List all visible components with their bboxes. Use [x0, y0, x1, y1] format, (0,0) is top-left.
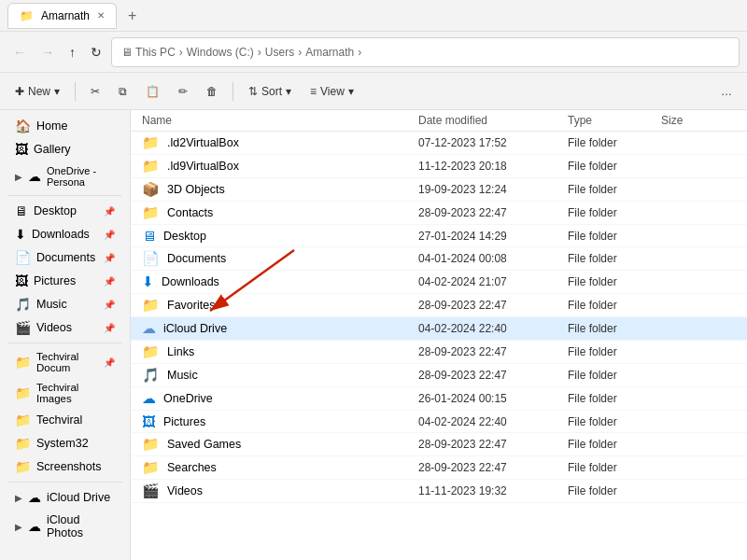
tab-close[interactable]: ✕ [97, 10, 105, 21]
file-name-cell: 🎵 Music [142, 367, 418, 384]
col-type: Type [568, 114, 661, 127]
table-row[interactable]: 📁 .ld9VirtualBox 11-12-2023 20:18 File f… [131, 155, 747, 178]
table-row[interactable]: 🖼 Pictures 04-02-2024 22:40 File folder [131, 411, 747, 433]
table-row[interactable]: 📁 Contacts 28-09-2023 22:47 File folder [131, 202, 747, 225]
sidebar-system32-label: System32 [36, 437, 89, 450]
sidebar-item-home[interactable]: 🏠 Home [4, 115, 126, 137]
sidebar-icloud-drive-label: iCloud Drive [47, 491, 110, 504]
table-row[interactable]: ⬇ Downloads 04-02-2024 21:07 File folder [131, 271, 747, 294]
expand-onedrive-icon: ▶ [15, 172, 22, 182]
more-button[interactable]: … [713, 81, 740, 102]
table-row[interactable]: 📁 Favorites 28-09-2023 22:47 File folder [131, 294, 747, 317]
pin-icon-music: 📌 [104, 300, 115, 310]
table-row[interactable]: 🎵 Music 28-09-2023 22:47 File folder [131, 364, 747, 387]
file-name-cell: ☁ OneDrive [142, 390, 418, 407]
music-icon: 🎵 [15, 297, 31, 312]
copy-button[interactable]: ⧉ [111, 81, 134, 102]
cut-button[interactable]: ✂ [83, 81, 107, 102]
file-date: 28-09-2023 22:47 [418, 461, 568, 474]
file-icon: 📁 [142, 459, 160, 476]
file-type: File folder [568, 461, 661, 474]
delete-icon: 🗑 [206, 85, 218, 98]
view-button[interactable]: ≡ View ▾ [303, 81, 361, 102]
file-name: Documents [167, 252, 226, 265]
sidebar-screenshots-label: Screenshots [36, 460, 101, 473]
system32-icon: 📁 [15, 436, 31, 451]
file-date: 28-09-2023 22:47 [418, 206, 568, 219]
file-name: Searches [167, 461, 217, 474]
sidebar-gallery-label: Gallery [34, 143, 71, 156]
sidebar-item-documents[interactable]: 📄 Documents 📌 [4, 246, 126, 269]
table-row[interactable]: ☁ iCloud Drive 04-02-2024 22:40 File fol… [131, 317, 747, 341]
sidebar-item-downloads[interactable]: ⬇ Downloads 📌 [4, 223, 126, 245]
sidebar-item-icloud-photos[interactable]: ▶ ☁ iCloud Photos [4, 510, 126, 543]
back-button[interactable]: ← [7, 41, 32, 63]
sort-button[interactable]: ⇅ Sort ▾ [241, 81, 299, 102]
file-name: Music [167, 369, 198, 382]
paste-button[interactable]: 📋 [138, 81, 167, 102]
table-row[interactable]: 📁 .ld2VirtualBox 07-12-2023 17:52 File f… [131, 132, 747, 155]
pin-icon-desktop: 📌 [104, 206, 115, 217]
sidebar-item-techviral-images[interactable]: 📁 Techviral Images [4, 378, 126, 408]
table-row[interactable]: 📦 3D Objects 19-09-2023 12:24 File folde… [131, 178, 747, 202]
desktop-icon: 🖥 [15, 203, 28, 218]
sidebar-item-icloud-drive[interactable]: ▶ ☁ iCloud Drive [4, 486, 126, 509]
techviral-docum-icon: 📁 [15, 355, 31, 370]
new-button[interactable]: ✚ New ▾ [7, 81, 67, 102]
up-button[interactable]: ↑ [63, 41, 81, 63]
forward-button[interactable]: → [35, 41, 60, 63]
rename-button[interactable]: ✏ [171, 81, 195, 102]
file-date: 28-09-2023 22:47 [418, 369, 568, 382]
file-name: .ld9VirtualBox [167, 160, 239, 173]
table-row[interactable]: 🎬 Videos 11-11-2023 19:32 File folder [131, 480, 747, 503]
file-date: 19-09-2023 12:24 [418, 183, 568, 196]
cut-icon: ✂ [91, 85, 100, 98]
tab[interactable]: 📁 Amarnath ✕ [7, 3, 117, 29]
file-type: File folder [568, 275, 661, 288]
refresh-button[interactable]: ↻ [85, 41, 107, 63]
more-icon: … [721, 85, 732, 98]
icloud-photos-icon: ☁ [28, 519, 41, 534]
view-caret-icon: ▾ [348, 85, 354, 98]
file-type: File folder [568, 206, 661, 219]
table-row[interactable]: 📄 Documents 04-01-2024 00:08 File folder [131, 247, 747, 271]
delete-button[interactable]: 🗑 [199, 81, 225, 102]
file-name: OneDrive [163, 392, 213, 405]
table-row[interactable]: ☁ OneDrive 26-01-2024 00:15 File folder [131, 387, 747, 411]
sidebar-item-gallery[interactable]: 🖼 Gallery [4, 138, 126, 161]
rename-icon: ✏ [178, 85, 188, 98]
videos-icon: 🎬 [15, 320, 31, 335]
file-type: File folder [568, 183, 661, 196]
sidebar-item-onedrive[interactable]: ▶ ☁ OneDrive - Persona [4, 161, 126, 191]
file-name: Desktop [163, 230, 206, 243]
sidebar-item-screenshots[interactable]: 📁 Screenshots [4, 455, 126, 478]
file-name-cell: 📁 Favorites [142, 297, 418, 314]
separator-1 [75, 82, 76, 101]
view-icon: ≡ [310, 85, 317, 98]
separator-2 [233, 82, 233, 101]
sidebar: 🏠 Home 🖼 Gallery ▶ ☁ OneDrive - Persona … [0, 110, 131, 560]
file-icon: 📄 [142, 250, 160, 267]
table-row[interactable]: 📁 Saved Games 28-09-2023 22:47 File fold… [131, 433, 747, 456]
sidebar-item-pictures[interactable]: 🖼 Pictures 📌 [4, 270, 126, 292]
file-name-cell: 📁 .ld2VirtualBox [142, 134, 418, 151]
file-type: File folder [568, 484, 661, 497]
sidebar-item-techviral-docum[interactable]: 📁 Techviral Docum 📌 [4, 347, 126, 377]
icloud-drive-icon: ☁ [28, 490, 41, 505]
breadcrumb-amarnath: Amarnath [305, 46, 354, 59]
sidebar-item-desktop[interactable]: 🖥 Desktop 📌 [4, 200, 126, 222]
sidebar-item-videos[interactable]: 🎬 Videos 📌 [4, 316, 126, 339]
sidebar-videos-label: Videos [36, 321, 72, 334]
file-type: File folder [568, 438, 661, 451]
file-date: 11-12-2023 20:18 [418, 160, 568, 173]
table-row[interactable]: 📁 Searches 28-09-2023 22:47 File folder [131, 456, 747, 480]
sidebar-item-music[interactable]: 🎵 Music 📌 [4, 293, 126, 315]
sidebar-item-techviral[interactable]: 📁 Techviral [4, 409, 126, 431]
file-name-cell: ☁ iCloud Drive [142, 320, 418, 337]
file-icon: 🎵 [142, 367, 160, 384]
table-row[interactable]: 🖥 Desktop 27-01-2024 14:29 File folder [131, 225, 747, 247]
breadcrumb[interactable]: 🖥 This PC › Windows (C:) › Users › Amarn… [111, 37, 740, 67]
new-tab-button[interactable]: + [122, 6, 142, 26]
table-row[interactable]: 📁 Links 28-09-2023 22:47 File folder [131, 341, 747, 364]
sidebar-item-system32[interactable]: 📁 System32 [4, 432, 126, 455]
